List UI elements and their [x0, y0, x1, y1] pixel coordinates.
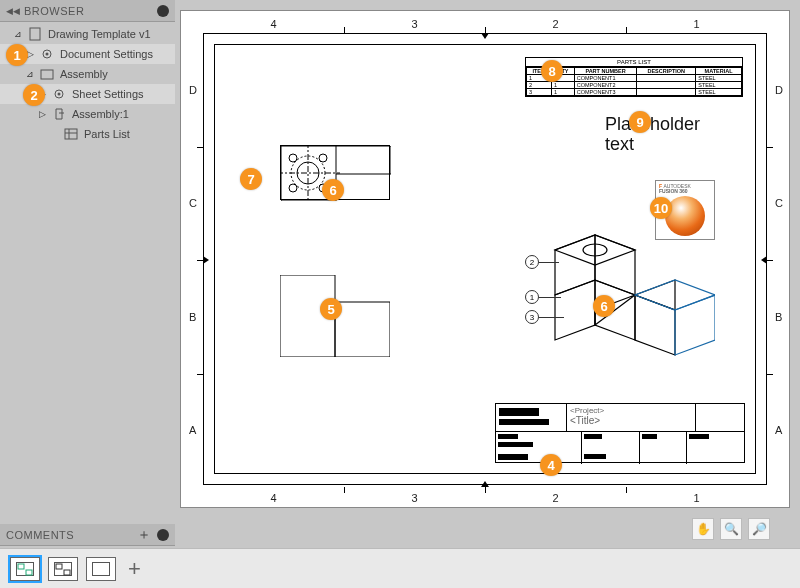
axis-row-label: B: [189, 311, 196, 323]
axis-col-label: 3: [411, 492, 417, 504]
callout-7: 7: [240, 168, 262, 190]
browser-header[interactable]: ◀◀ BROWSER: [0, 0, 175, 22]
tree-item-drawing-template-v1[interactable]: ⊿Drawing Template v1: [0, 24, 175, 44]
comments-title: COMMENTS: [6, 529, 137, 541]
sheet-thumb-2[interactable]: [48, 557, 78, 581]
gear-icon: [51, 86, 67, 102]
tree-item-assembly[interactable]: ⊿Assembly: [0, 64, 175, 84]
callout-1: 1: [6, 44, 28, 66]
axis-row-label: D: [775, 84, 783, 96]
drawing-canvas[interactable]: 2 1 3 PARTS LIST ITEMQTYPART NUMBERDESCR…: [180, 10, 790, 508]
gear-icon: [39, 46, 55, 62]
sheet-thumb-1[interactable]: [10, 557, 40, 581]
pan-tool[interactable]: ✋: [692, 518, 714, 540]
table-icon: [63, 126, 79, 142]
placeholder-text[interactable]: Placeholder text: [605, 115, 700, 155]
axis-col-label: 2: [552, 18, 558, 30]
svg-rect-6: [65, 129, 77, 139]
title-block-project: <Project>: [570, 406, 692, 415]
iso-leader: [539, 297, 561, 298]
axis-tick: [767, 260, 773, 261]
collapse-panel-icon[interactable]: ◀◀: [6, 6, 20, 16]
axis-col-label: 2: [552, 492, 558, 504]
axis-col-label: 3: [411, 18, 417, 30]
axis-row-label: C: [189, 197, 197, 209]
axis-col-label: 1: [693, 492, 699, 504]
iso-balloon-1[interactable]: 1: [525, 290, 539, 304]
callout-6a: 6: [322, 179, 344, 201]
expander-icon[interactable]: ⊿: [12, 29, 24, 39]
expander-icon[interactable]: ⊿: [24, 69, 36, 79]
axis-tick: [626, 27, 627, 33]
panel-menu-icon[interactable]: [157, 5, 169, 17]
center-mark-icon: [203, 256, 209, 264]
svg-rect-0: [30, 28, 40, 40]
callout-6b: 6: [593, 295, 615, 317]
callout-8: 8: [541, 60, 563, 82]
axis-row-label: A: [189, 424, 196, 436]
svg-point-2: [46, 53, 49, 56]
axis-tick: [197, 147, 203, 148]
callout-9: 9: [629, 111, 651, 133]
callout-2: 2: [23, 84, 45, 106]
svg-rect-37: [64, 570, 70, 575]
svg-marker-32: [675, 295, 715, 355]
comments-header[interactable]: COMMENTS ＋: [0, 524, 175, 546]
zoom-window-tool[interactable]: 🔍: [720, 518, 742, 540]
sheet-thumb-3[interactable]: [86, 557, 116, 581]
tree-item-assembly-1[interactable]: ▷Assembly:1: [0, 104, 175, 124]
svg-marker-23: [595, 235, 635, 295]
axis-row-label: C: [775, 197, 783, 209]
svg-marker-28: [555, 280, 595, 340]
callout-10: 10: [650, 197, 672, 219]
axis-col-label: 4: [270, 18, 276, 30]
callout-4: 4: [540, 454, 562, 476]
sheet-tab-bar: +: [0, 548, 800, 588]
axis-tick: [767, 147, 773, 148]
sheet-icon: [39, 66, 55, 82]
title-block-title: <Title>: [570, 415, 692, 426]
iso-balloon-2[interactable]: 2: [525, 255, 539, 269]
axis-tick: [344, 27, 345, 33]
iso-leader: [539, 317, 564, 318]
add-sheet-button[interactable]: +: [128, 556, 141, 582]
browser-tree: ⊿Drawing Template v1▷Document Settings⊿A…: [0, 22, 175, 146]
title-block[interactable]: <Project> <Title>: [495, 403, 745, 463]
axis-col-label: 4: [270, 492, 276, 504]
svg-point-15: [289, 154, 297, 162]
svg-rect-22: [335, 302, 390, 357]
add-comment-icon[interactable]: ＋: [137, 526, 151, 544]
tree-item-parts-list[interactable]: Parts List: [0, 124, 175, 144]
sheet-inner-frame: 2 1 3 PARTS LIST ITEMQTYPART NUMBERDESCR…: [214, 44, 756, 474]
center-mark-icon: [481, 33, 489, 39]
zoom-extents-tool[interactable]: 🔎: [748, 518, 770, 540]
axis-tick: [344, 487, 345, 493]
logo-swirl-icon: [665, 196, 705, 236]
center-mark-icon: [761, 256, 767, 264]
svg-rect-36: [56, 564, 62, 569]
browser-title: BROWSER: [24, 5, 157, 17]
expander-icon[interactable]: ▷: [36, 109, 48, 119]
svg-marker-30: [635, 280, 675, 310]
callout-5: 5: [320, 298, 342, 320]
svg-marker-24: [555, 235, 595, 295]
svg-marker-29: [635, 295, 675, 355]
browser-panel: ◀◀ BROWSER ⊿Drawing Template v1▷Document…: [0, 0, 175, 146]
axis-tick: [767, 374, 773, 375]
svg-rect-34: [18, 564, 24, 569]
axis-row-label: B: [775, 311, 782, 323]
svg-point-17: [289, 184, 297, 192]
axis-tick: [485, 487, 486, 493]
svg-point-5: [58, 93, 61, 96]
axis-row-label: A: [775, 424, 782, 436]
view-tools: ✋ 🔍 🔎: [692, 518, 770, 540]
svg-point-16: [319, 154, 327, 162]
axis-col-label: 1: [693, 18, 699, 30]
comments-menu-icon[interactable]: [157, 529, 169, 541]
iso-balloon-3[interactable]: 3: [525, 310, 539, 324]
drawing-view-iso[interactable]: [545, 225, 715, 375]
assembly-icon: [51, 106, 67, 122]
iso-leader: [539, 262, 559, 263]
sheet-outer-frame: 2 1 3 PARTS LIST ITEMQTYPART NUMBERDESCR…: [203, 33, 767, 485]
center-mark-icon: [481, 481, 489, 487]
